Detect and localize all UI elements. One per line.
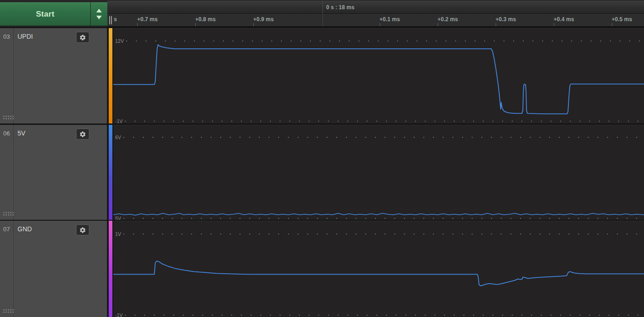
channel-settings-button[interactable] — [76, 129, 89, 140]
channel-panel: 06 5V — [0, 125, 107, 220]
arrow-up-icon — [96, 9, 102, 12]
channel-name[interactable]: GND — [18, 225, 32, 233]
channel-row-gnd: 07 GND 1V-1V — [0, 221, 644, 317]
ruler-tick-label: +0.4 ms — [554, 16, 574, 23]
ruler-tick-label: +0.5 ms — [612, 16, 632, 23]
channel-color-strip — [109, 125, 112, 220]
channel-panel: 03 UPDI — [0, 28, 107, 123]
ruler-tick-mark — [438, 23, 438, 26]
ruler-tick-mark — [496, 23, 496, 26]
analog-trace — [113, 125, 644, 220]
gear-icon — [79, 131, 86, 138]
channel-row-updi: 03 UPDI 12V-1V — [0, 28, 644, 123]
channel-row-5v: 06 5V 6V5V — [0, 125, 644, 220]
channel-color-strip — [109, 221, 112, 317]
capture-mode-dropdown[interactable] — [91, 2, 107, 26]
ruler-tick-label: +0.2 ms — [438, 16, 458, 23]
ruler-tick-label: +0.1 ms — [380, 16, 400, 23]
ruler-tick-mark — [137, 23, 138, 26]
analog-trace — [113, 221, 644, 317]
ruler-tick-label: +0.3 ms — [496, 16, 516, 23]
channel-settings-button[interactable] — [76, 32, 89, 43]
channel-number-column — [0, 125, 14, 220]
gear-icon — [79, 34, 86, 41]
channel-number: 07 — [3, 226, 10, 233]
waveform-plot[interactable]: 6V5V — [113, 125, 644, 220]
ruler-tick-label: +0.9 ms — [253, 16, 274, 23]
start-capture-button[interactable]: Start — [0, 2, 90, 26]
gear-icon — [79, 227, 86, 234]
time-ruler[interactable]: s +0.7 ms+0.8 ms+0.9 ms+0.1 ms+0.2 ms+0.… — [107, 14, 644, 27]
ruler-tick-label: +0.7 ms — [137, 16, 158, 23]
capture-header: Start — [0, 0, 107, 28]
ruler-grip-icon[interactable] — [109, 16, 112, 24]
channel-name[interactable]: 5V — [18, 129, 25, 137]
timeline-section-divider — [322, 0, 323, 14]
channel-number: 06 — [3, 130, 10, 137]
channel-name[interactable]: UPDI — [18, 33, 33, 40]
ruler-tick-label: +0.8 ms — [195, 16, 216, 23]
channel-number-column — [0, 221, 14, 317]
ruler-tick-mark — [554, 23, 554, 26]
channel-number: 03 — [3, 33, 10, 40]
ruler-tick-mark — [195, 23, 196, 26]
arrow-down-icon — [96, 16, 102, 19]
channel-number-column — [0, 28, 14, 123]
ruler-section-divider — [322, 14, 323, 26]
ruler-sticky-label: s — [114, 16, 117, 23]
ruler-tick-mark — [612, 23, 612, 26]
analog-trace — [113, 29, 644, 123]
waveform-plot[interactable]: 12V-1V — [113, 28, 644, 123]
channel-panel: 07 GND — [0, 221, 107, 317]
ruler-tick-mark — [253, 23, 254, 26]
channel-color-strip — [109, 28, 112, 123]
ruler-tick-mark — [380, 23, 380, 26]
waveform-plot[interactable]: 1V-1V — [113, 221, 644, 317]
app-window: Start 0 s : 18 ms s +0.7 ms+0.8 ms+0.9 m… — [0, 0, 644, 317]
timeline-section-label: 0 s : 18 ms — [326, 0, 354, 14]
row-resize-handle[interactable] — [3, 116, 14, 120]
channel-settings-button[interactable] — [76, 224, 89, 235]
row-resize-handle[interactable] — [3, 212, 14, 217]
row-resize-handle[interactable] — [3, 309, 14, 314]
timeline-section-bar[interactable]: 0 s : 18 ms — [107, 0, 644, 14]
